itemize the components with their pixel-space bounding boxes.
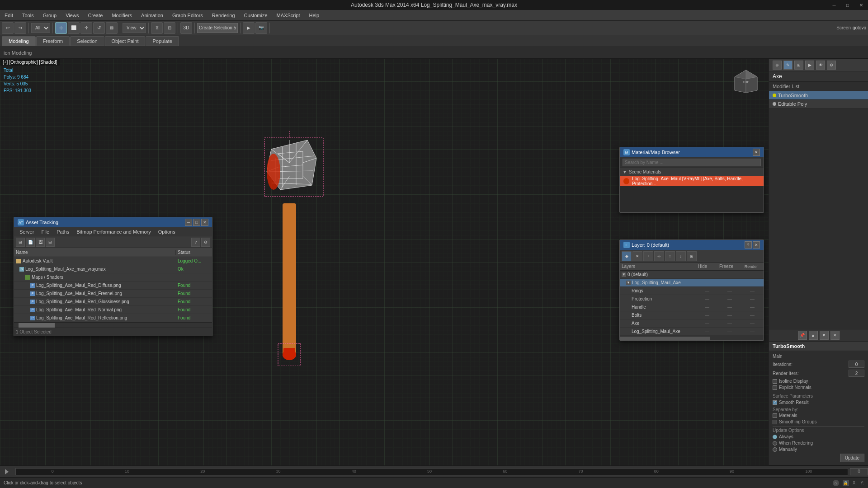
layer-delete-btn[interactable]: ✕	[632, 251, 642, 261]
asset-tracking-titlebar[interactable]: AT Asset Tracking ─ □ ✕	[14, 217, 212, 227]
layer-add-btn[interactable]: +	[643, 251, 653, 261]
ts-smooth-result-checkbox[interactable]: ✓	[773, 400, 777, 405]
layer-row-log-splitting[interactable]: Log_Splitting_Maul_Axe — — —	[620, 328, 764, 336]
snap-3d-button[interactable]: 3D	[180, 22, 192, 34]
layer-row-handle[interactable]: Handle — — —	[620, 303, 764, 311]
create-tab-button[interactable]: ⊕	[773, 61, 782, 70]
layer-window-titlebar[interactable]: L Layer: 0 (default) ? ✕	[620, 240, 764, 250]
at-tb-server[interactable]: ⊞	[16, 238, 25, 247]
menu-maxscript[interactable]: MAXScript	[272, 10, 305, 20]
mirror-button[interactable]: ⧖	[151, 22, 163, 34]
timeline-frame[interactable]: 0	[850, 468, 868, 475]
layer-help-button[interactable]: ?	[745, 241, 752, 249]
asset-tracking-minimize[interactable]: ─	[185, 219, 192, 226]
at-scrollbar-thumb[interactable]	[19, 323, 55, 328]
object-name-field[interactable]: Axe	[769, 71, 868, 82]
menu-group[interactable]: Group	[38, 10, 61, 20]
menu-views[interactable]: Views	[61, 10, 83, 20]
layer-scrollbar[interactable]	[620, 336, 764, 340]
reference-coord-dropdown[interactable]: View	[123, 23, 146, 33]
layer-row-rings[interactable]: Rings — — —	[620, 287, 764, 295]
menu-rendering[interactable]: Rendering	[208, 10, 240, 20]
tab-object-paint[interactable]: Object Paint	[105, 36, 146, 46]
layer-expand-btn[interactable]: ⊞	[687, 251, 697, 261]
material-browser-titlebar[interactable]: M Material/Map Browser ✕	[620, 147, 764, 157]
ts-update-button[interactable]: Update	[840, 454, 864, 462]
scale-button[interactable]: ⊠	[106, 22, 118, 34]
at-menu-server[interactable]: Server	[16, 227, 38, 236]
tab-modeling[interactable]: Modeling	[2, 36, 36, 46]
timeline-play-btn[interactable]	[0, 469, 14, 474]
close-button[interactable]: ✕	[854, 0, 868, 10]
at-menu-file[interactable]: File	[38, 227, 53, 236]
material-item[interactable]: Log_Splitting_Axe_Maul [VRayMtl] [Axe, B…	[620, 176, 764, 186]
layer-scrollbar-thumb[interactable]	[620, 337, 710, 340]
at-row-fresnel[interactable]: P Log_Splitting_Axe_Maul_Red_Fresnel.png…	[14, 290, 212, 298]
motion-tab-button[interactable]: ▶	[805, 61, 814, 70]
utilities-tab-button[interactable]: ⚙	[827, 61, 836, 70]
timeline-track[interactable]: 0102030405060708090100	[15, 468, 848, 475]
layer-row-bolts[interactable]: Bolts — — —	[620, 311, 764, 319]
menu-edit[interactable]: Edit	[0, 10, 18, 20]
layer-move-up-btn[interactable]: ↑	[665, 251, 675, 261]
nav-up-button[interactable]: ▲	[809, 331, 818, 340]
tab-selection[interactable]: Selection	[70, 36, 104, 46]
at-tb-grid[interactable]: ⊟	[46, 238, 55, 247]
undo-button[interactable]: ↩	[2, 22, 14, 34]
select-region-button[interactable]: ⬜	[68, 22, 80, 34]
nav-down-button[interactable]: ▼	[820, 331, 829, 340]
display-tab-button[interactable]: 👁	[816, 61, 825, 70]
pin-stack-button[interactable]: 📌	[798, 331, 807, 340]
play-button[interactable]: ▶	[243, 22, 255, 34]
at-menu-options[interactable]: Options	[155, 227, 179, 236]
menu-customize[interactable]: Customize	[240, 10, 272, 20]
ts-manually-radio[interactable]	[773, 447, 777, 452]
ts-always-radio[interactable]	[773, 435, 777, 439]
layer-row-protection[interactable]: Protection — — —	[620, 295, 764, 303]
layer-expand-main[interactable]: ▼	[626, 281, 631, 285]
layer-window-close[interactable]: ✕	[753, 241, 760, 249]
layer-row-main[interactable]: ▼ Log_Splitting_Maul_Axe — — —	[620, 279, 764, 287]
select-move-button[interactable]: ✛	[80, 22, 92, 34]
at-row-reflection[interactable]: P Log_Splitting_Axe_Maul_Red_Reflection.…	[14, 314, 212, 322]
lock-icon[interactable]: 🔒	[843, 480, 849, 486]
layer-expand-0[interactable]: ▼	[622, 272, 626, 277]
layer-row-0[interactable]: ▼ 0 (default) — — —	[620, 271, 764, 279]
rotate-button[interactable]: ↺	[93, 22, 105, 34]
asset-tracking-maximize[interactable]: □	[193, 219, 200, 226]
ts-when-rendering-radio[interactable]	[773, 441, 777, 446]
at-menu-bitmap-perf[interactable]: Bitmap Performance and Memory	[73, 227, 154, 236]
menu-graph-editors[interactable]: Graph Editors	[168, 10, 208, 20]
at-tb-file[interactable]: 📄	[26, 238, 35, 247]
at-row-glossiness[interactable]: P Log_Splitting_Axe_Maul_Red_Glossiness.…	[14, 298, 212, 306]
ts-isoline-checkbox[interactable]	[773, 379, 777, 384]
menu-modifiers[interactable]: Modifiers	[107, 10, 137, 20]
at-menu-paths[interactable]: Paths	[53, 227, 73, 236]
align-button[interactable]: ⊟	[164, 22, 175, 34]
select-filter-dropdown[interactable]: All	[31, 23, 50, 33]
at-tb-bitmap[interactable]: 🖼	[36, 238, 45, 247]
select-tool-button[interactable]: ⊹	[55, 22, 67, 34]
asset-tracking-scrollbar[interactable]	[14, 322, 212, 328]
render-button[interactable]: 📷	[255, 22, 267, 34]
navigation-cube[interactable]: TOP	[732, 68, 760, 95]
at-row-maps-folder[interactable]: Maps / Shaders	[14, 273, 212, 282]
modifier-turbosmooth[interactable]: TurboSmooth	[769, 91, 868, 100]
delete-modifier-button[interactable]: ✕	[830, 331, 840, 340]
at-row-diffuse[interactable]: P Log_Splitting_Axe_Maul_Red_Diffuse.png…	[14, 282, 212, 290]
home-icon[interactable]: ⌂	[833, 480, 839, 486]
menu-tools[interactable]: Tools	[18, 10, 38, 20]
material-browser-close[interactable]: ✕	[753, 149, 760, 156]
layer-select-btn[interactable]: ⊹	[654, 251, 664, 261]
menu-create[interactable]: Create	[83, 10, 107, 20]
ts-explicit-normals-checkbox[interactable]	[773, 385, 777, 390]
at-row-normal[interactable]: P Log_Splitting_Axe_Maul_Red_Normal.png …	[14, 306, 212, 314]
material-search-input[interactable]	[623, 159, 761, 166]
redo-button[interactable]: ↪	[14, 22, 26, 34]
layer-active-btn[interactable]: ◆	[622, 251, 632, 261]
minimize-button[interactable]: ─	[827, 0, 841, 10]
ts-smoothing-groups-checkbox[interactable]	[773, 420, 777, 424]
asset-tracking-close[interactable]: ✕	[201, 219, 208, 226]
at-tb-settings[interactable]: ⚙	[201, 238, 210, 247]
ts-iterations-value[interactable]: 0	[849, 361, 864, 368]
